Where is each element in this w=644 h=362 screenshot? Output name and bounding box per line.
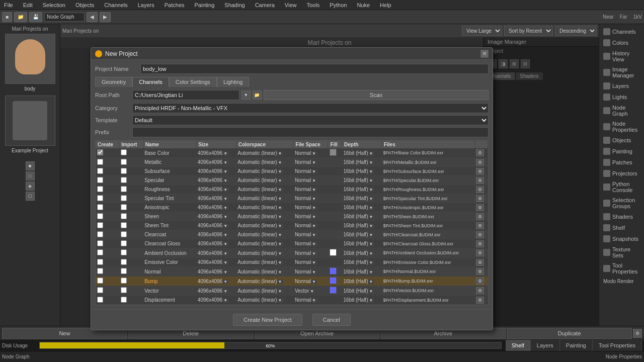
- row-14-fill[interactable]: [328, 277, 342, 286]
- row-1-size-dropdown[interactable]: ▼: [222, 160, 228, 165]
- row-15-create-checkbox[interactable]: [97, 287, 103, 293]
- project-name-input[interactable]: [140, 64, 489, 74]
- tab-lighting[interactable]: Lighting: [217, 77, 250, 87]
- sidebar-layers[interactable]: Layers: [599, 80, 644, 92]
- row-15-colorspace-dropdown[interactable]: ▼: [277, 289, 283, 294]
- row-15-depth-dropdown[interactable]: ▼: [368, 289, 374, 294]
- row-15-action-button[interactable]: ⚙: [476, 287, 484, 294]
- row-5-action-button[interactable]: ⚙: [476, 195, 484, 202]
- row-7-action-button[interactable]: ⚙: [476, 213, 484, 220]
- row-1-depth-dropdown[interactable]: ▼: [368, 160, 374, 165]
- sidebar-modo-render[interactable]: Modo Render: [599, 277, 644, 286]
- row-11-colorspace-dropdown[interactable]: ▼: [277, 251, 283, 256]
- create-new-project-button[interactable]: Create New Project: [233, 314, 302, 326]
- tab-geometry[interactable]: Geometry: [95, 77, 132, 87]
- row-2-size-dropdown[interactable]: ▼: [222, 169, 228, 174]
- row-14-create-checkbox[interactable]: [97, 278, 103, 284]
- row-4-action-button[interactable]: ⚙: [476, 186, 484, 193]
- row-13-import-checkbox[interactable]: [121, 268, 127, 274]
- view-large-select[interactable]: View Large: [462, 26, 502, 36]
- row-6-import-checkbox[interactable]: [121, 204, 127, 210]
- save-toolbar-btn[interactable]: 💾: [29, 12, 42, 22]
- row-6-create-checkbox[interactable]: [97, 204, 103, 210]
- row-9-fill[interactable]: [328, 230, 342, 239]
- row-14-depth-dropdown[interactable]: ▼: [368, 280, 374, 284]
- open-toolbar-btn[interactable]: 📁: [14, 12, 27, 22]
- menu-camera[interactable]: Camera: [253, 2, 277, 8]
- row-11-filespace-dropdown[interactable]: ▼: [311, 251, 317, 256]
- row-5-import-checkbox[interactable]: [121, 195, 127, 201]
- row-3-colorspace-dropdown[interactable]: ▼: [277, 178, 283, 183]
- row-13-filespace-dropdown[interactable]: ▼: [311, 270, 317, 275]
- menu-help[interactable]: Help: [378, 2, 393, 8]
- sidebar-python-console[interactable]: Python Console: [599, 179, 644, 195]
- row-8-filespace-dropdown[interactable]: ▼: [311, 224, 317, 228]
- tool-icon-2[interactable]: □: [26, 171, 35, 180]
- menu-patches[interactable]: Patches: [163, 2, 187, 8]
- tab-color-settings[interactable]: Color Settings: [169, 77, 217, 87]
- row-3-action-button[interactable]: ⚙: [476, 177, 484, 184]
- sidebar-image-manager[interactable]: Image Manager: [599, 64, 644, 80]
- row-5-depth-dropdown[interactable]: ▼: [368, 197, 374, 201]
- status-tab-shelf[interactable]: Shelf: [506, 340, 531, 351]
- row-13-fill-swatch[interactable]: [330, 267, 337, 275]
- row-16-depth-dropdown[interactable]: ▼: [368, 298, 374, 303]
- row-14-colorspace-dropdown[interactable]: ▼: [277, 280, 283, 284]
- row-0-size-dropdown[interactable]: ▼: [222, 151, 228, 156]
- row-11-create-checkbox[interactable]: [97, 249, 103, 255]
- new-toolbar-btn[interactable]: ■: [2, 12, 12, 22]
- menu-shading[interactable]: Shading: [222, 2, 247, 8]
- toolbar-btn3[interactable]: ▶: [100, 12, 111, 22]
- row-5-create-checkbox[interactable]: [97, 195, 103, 201]
- row-0-create-checkbox[interactable]: [97, 149, 103, 155]
- row-5-fill[interactable]: [328, 194, 342, 203]
- row-10-fill[interactable]: [328, 239, 342, 248]
- row-4-size-dropdown[interactable]: ▼: [222, 188, 228, 192]
- row-0-depth-dropdown[interactable]: ▼: [368, 151, 374, 156]
- row-13-colorspace-dropdown[interactable]: ▼: [277, 270, 283, 275]
- row-6-colorspace-dropdown[interactable]: ▼: [277, 206, 283, 210]
- row-3-filespace-dropdown[interactable]: ▼: [311, 178, 317, 183]
- menu-nuke[interactable]: Nuke: [355, 2, 372, 8]
- menu-layers[interactable]: Layers: [136, 2, 156, 8]
- row-3-fill[interactable]: [328, 176, 342, 185]
- sidebar-lights[interactable]: Lights: [599, 92, 644, 103]
- row-1-action-button[interactable]: ⚙: [476, 159, 484, 166]
- row-13-fill[interactable]: [328, 267, 342, 277]
- tab-channels[interactable]: Channels: [132, 77, 169, 87]
- row-16-action-button[interactable]: ⚙: [476, 297, 484, 304]
- row-11-import-checkbox[interactable]: [121, 249, 127, 255]
- mode-input[interactable]: [44, 13, 85, 22]
- sidebar-history-view[interactable]: History View: [599, 48, 644, 64]
- menu-tools[interactable]: Tools: [304, 2, 321, 8]
- row-8-create-checkbox[interactable]: [97, 222, 103, 228]
- row-8-colorspace-dropdown[interactable]: ▼: [277, 224, 283, 228]
- row-9-import-checkbox[interactable]: [121, 231, 127, 237]
- row-12-size-dropdown[interactable]: ▼: [222, 260, 228, 265]
- row-10-import-checkbox[interactable]: [121, 240, 127, 246]
- sort-by-select[interactable]: Sort by Recent: [504, 26, 553, 36]
- row-4-import-checkbox[interactable]: [121, 186, 127, 192]
- row-2-import-checkbox[interactable]: [121, 168, 127, 174]
- row-13-create-checkbox[interactable]: [97, 268, 103, 274]
- tool-icon-1[interactable]: ■: [26, 161, 35, 170]
- root-path-folder-btn[interactable]: 📁: [253, 90, 262, 100]
- row-13-depth-dropdown[interactable]: ▼: [368, 270, 374, 275]
- row-4-filespace-dropdown[interactable]: ▼: [311, 188, 317, 192]
- row-2-create-checkbox[interactable]: [97, 168, 103, 174]
- row-1-filespace-dropdown[interactable]: ▼: [311, 160, 317, 165]
- row-6-fill[interactable]: [328, 203, 342, 212]
- sidebar-objects[interactable]: Objects: [599, 135, 644, 146]
- row-1-create-checkbox[interactable]: [97, 159, 103, 165]
- row-14-import-checkbox[interactable]: [121, 278, 127, 284]
- row-10-action-button[interactable]: ⚙: [476, 240, 484, 247]
- row-5-colorspace-dropdown[interactable]: ▼: [277, 197, 283, 201]
- toolbar-btn2[interactable]: ◀: [87, 12, 98, 22]
- row-11-depth-dropdown[interactable]: ▼: [368, 251, 374, 256]
- row-16-import-checkbox[interactable]: [121, 297, 127, 303]
- row-1-import-checkbox[interactable]: [121, 159, 127, 165]
- row-15-fill[interactable]: [328, 286, 342, 296]
- row-7-import-checkbox[interactable]: [121, 213, 127, 219]
- tool-icon-3[interactable]: ◈: [26, 182, 35, 191]
- row-0-fill[interactable]: [328, 148, 342, 158]
